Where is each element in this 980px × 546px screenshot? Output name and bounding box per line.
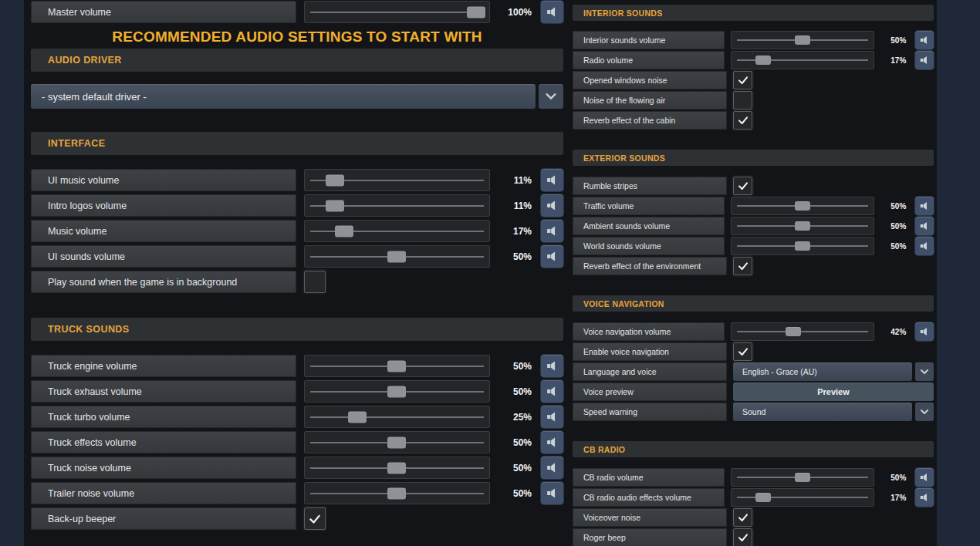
setting-label: Master volume [31, 1, 296, 23]
volume-slider[interactable] [304, 457, 491, 479]
section-header: INTERFACE [31, 132, 563, 155]
volume-slider[interactable] [304, 355, 491, 377]
section-rows: CB radio volume50%CB radio audio effects… [573, 468, 934, 546]
setting-label: Ambient sounds volume [573, 217, 725, 235]
mute-button[interactable] [915, 322, 934, 341]
volume-slider[interactable] [731, 468, 874, 487]
mute-button[interactable] [915, 488, 934, 507]
volume-slider[interactable] [304, 194, 491, 217]
mute-button[interactable] [541, 457, 563, 479]
dropdown-field[interactable]: English - Grace (AU) [733, 362, 912, 381]
mute-button[interactable] [541, 431, 563, 453]
section-header: TRUCK SOUNDS [31, 318, 563, 341]
volume-slider[interactable] [731, 217, 874, 235]
checkbox[interactable] [733, 91, 752, 110]
dropdown-field[interactable]: - system default driver - [31, 84, 536, 109]
slider-thumb[interactable] [795, 221, 810, 231]
speaker-icon [546, 461, 559, 474]
dropdown-field[interactable]: Sound [733, 403, 912, 421]
speaker-icon [546, 359, 559, 372]
mute-button[interactable] [541, 1, 563, 23]
mute-button[interactable] [541, 380, 563, 403]
checkbox[interactable] [733, 528, 752, 546]
volume-slider[interactable] [304, 169, 491, 191]
setting-row: Language and voiceEnglish - Grace (AU) [573, 362, 934, 381]
slider-thumb[interactable] [387, 386, 406, 397]
mute-button[interactable] [541, 194, 563, 217]
volume-slider[interactable] [304, 406, 491, 428]
volume-slider[interactable] [304, 431, 491, 453]
volume-value: 100% [490, 1, 539, 23]
speaker-icon [546, 436, 559, 449]
setting-row: Truck turbo volume25% [31, 406, 563, 428]
mute-button[interactable] [541, 482, 563, 504]
checkbox[interactable] [304, 271, 326, 293]
volume-value: 17% [874, 51, 912, 69]
setting-label: UI sounds volume [31, 245, 296, 268]
slider-thumb[interactable] [786, 327, 801, 336]
checkbox[interactable] [733, 508, 752, 527]
mute-button[interactable] [915, 237, 934, 255]
section-rows: Interior sounds volume50%Radio volume17%… [573, 31, 934, 130]
check-icon [737, 180, 749, 192]
setting-label: Intro logos volume [31, 194, 296, 217]
setting-row: Roger beep [573, 528, 934, 546]
volume-slider[interactable] [731, 197, 874, 215]
volume-slider[interactable] [731, 488, 874, 507]
volume-slider[interactable] [731, 51, 874, 69]
dropdown-chevron-button[interactable] [915, 403, 934, 421]
mute-button[interactable] [541, 169, 563, 191]
checkbox[interactable] [733, 71, 752, 89]
volume-slider[interactable] [731, 237, 874, 255]
slider-thumb[interactable] [467, 6, 485, 18]
slider-thumb[interactable] [795, 241, 810, 251]
slider-thumb[interactable] [795, 473, 810, 482]
dropdown-chevron-button[interactable] [539, 84, 563, 109]
slider-thumb[interactable] [335, 225, 353, 237]
slider-thumb[interactable] [387, 436, 406, 448]
volume-slider[interactable] [304, 380, 491, 403]
volume-slider[interactable] [304, 1, 491, 23]
slider-thumb[interactable] [755, 493, 771, 502]
mute-button[interactable] [541, 245, 563, 268]
setting-row: UI music volume11% [31, 169, 563, 191]
section-exterior-sounds: EXTERIOR SOUNDSRumble stripesTraffic vol… [573, 150, 934, 275]
setting-label: Voice navigation volume [573, 322, 725, 341]
checkbox[interactable] [733, 177, 752, 195]
mute-button[interactable] [915, 31, 934, 49]
checkbox[interactable] [733, 257, 752, 275]
mute-button[interactable] [915, 51, 934, 69]
mute-button[interactable] [541, 220, 563, 242]
preview-button[interactable]: Preview [733, 383, 934, 401]
checkbox[interactable] [733, 111, 752, 130]
slider-thumb[interactable] [387, 251, 406, 262]
slider-thumb[interactable] [795, 35, 810, 45]
slider-thumb[interactable] [387, 462, 406, 474]
checkbox[interactable] [304, 507, 326, 530]
check-icon [308, 512, 322, 526]
slider-thumb[interactable] [387, 360, 406, 372]
volume-slider[interactable] [304, 245, 491, 268]
mute-button[interactable] [541, 355, 563, 377]
mute-button[interactable] [541, 406, 563, 428]
checkbox[interactable] [733, 342, 752, 361]
volume-slider[interactable] [304, 482, 491, 504]
check-icon [737, 511, 749, 524]
slider-thumb[interactable] [326, 200, 344, 211]
mute-button[interactable] [915, 468, 934, 487]
section-header: INTERIOR SOUNDS [573, 5, 934, 21]
setting-row: Reverb effect of the environment [573, 257, 934, 275]
dropdown-chevron-button[interactable] [915, 362, 934, 381]
slider-thumb[interactable] [795, 201, 810, 211]
slider-thumb[interactable] [387, 487, 406, 499]
volume-slider[interactable] [304, 220, 491, 242]
mute-button[interactable] [915, 197, 934, 215]
volume-slider[interactable] [731, 322, 874, 341]
slider-thumb[interactable] [755, 56, 771, 65]
volume-slider[interactable] [731, 31, 874, 49]
mute-button[interactable] [915, 217, 934, 235]
slider-thumb[interactable] [348, 411, 367, 423]
setting-row: Voiceover noise [573, 508, 934, 527]
setting-row: Trailer noise volume50% [31, 482, 563, 504]
slider-thumb[interactable] [326, 174, 344, 186]
